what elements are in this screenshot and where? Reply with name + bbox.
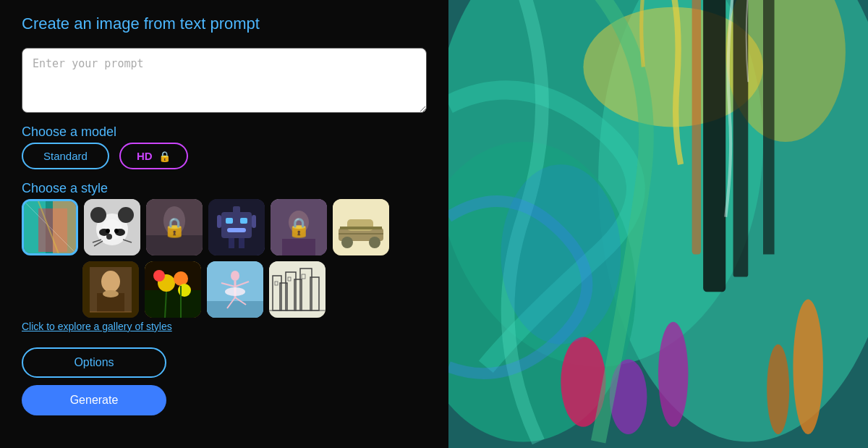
svg-point-13 [106,234,112,240]
svg-point-88 [658,322,688,427]
svg-rect-27 [229,238,234,248]
svg-point-90 [767,345,789,434]
style-vintage[interactable] [333,199,389,255]
style-section-title: Choose a style [22,181,427,196]
style-portrait-lock: 🔒 [271,199,327,255]
style-row-1: 🔒 [22,199,427,255]
style-abstract[interactable] [22,199,78,255]
svg-rect-85 [692,0,701,254]
svg-point-8 [90,207,106,223]
generate-button[interactable]: Generate [22,385,166,415]
style-portrait[interactable]: 🔒 [271,199,327,255]
hd-lock-icon: 🔒 [158,151,171,162]
style-mona[interactable] [82,261,139,318]
svg-rect-23 [221,212,252,238]
style-flowers[interactable] [145,261,201,318]
svg-point-9 [118,207,134,223]
svg-point-38 [341,237,353,248]
gallery-link[interactable]: Click to explore a gallery of styles [22,321,172,332]
svg-rect-25 [240,218,247,224]
artwork-image [448,0,868,448]
style-sketch-city[interactable] [269,261,326,318]
svg-rect-29 [252,215,256,228]
svg-rect-49 [145,290,201,318]
svg-rect-57 [207,301,263,318]
svg-point-18 [114,229,119,233]
svg-rect-65 [269,261,326,318]
svg-rect-82 [703,0,726,292]
svg-point-89 [793,300,822,434]
svg-rect-30 [217,215,221,228]
svg-rect-31 [233,206,240,214]
svg-rect-40 [340,227,382,229]
model-section-title: Choose a model [22,124,427,140]
svg-point-46 [103,290,119,297]
style-ballet[interactable] [207,261,263,318]
style-blurry[interactable]: 🔒 [146,199,203,255]
svg-rect-84 [763,0,775,254]
svg-point-58 [231,271,239,281]
svg-point-51 [174,271,188,286]
svg-point-44 [101,271,120,292]
left-panel: Create an image from text prompt Choose … [0,0,448,448]
style-panda[interactable] [84,199,140,255]
style-section: Choose a style [22,181,427,333]
svg-rect-26 [227,228,246,232]
options-button[interactable]: Options [22,347,166,378]
svg-point-39 [369,237,380,248]
action-buttons: Options Generate [22,345,427,415]
model-standard-button[interactable]: Standard [22,143,109,169]
model-hd-button[interactable]: HD 🔒 [119,143,188,169]
prompt-input[interactable] [22,48,427,113]
svg-rect-24 [226,218,233,224]
svg-rect-28 [239,238,244,248]
svg-point-17 [106,229,110,233]
model-section: Choose a model Standard HD 🔒 [22,124,427,169]
svg-point-52 [153,270,165,282]
model-buttons: Standard HD 🔒 [22,143,427,169]
svg-point-64 [225,287,245,296]
style-row-2 [22,261,427,318]
svg-point-91 [501,164,621,345]
right-panel [448,0,868,448]
svg-point-53 [178,284,191,297]
style-blurry-lock: 🔒 [146,199,203,255]
style-robot[interactable] [208,199,265,255]
page-title: Create an image from text prompt [22,14,427,33]
